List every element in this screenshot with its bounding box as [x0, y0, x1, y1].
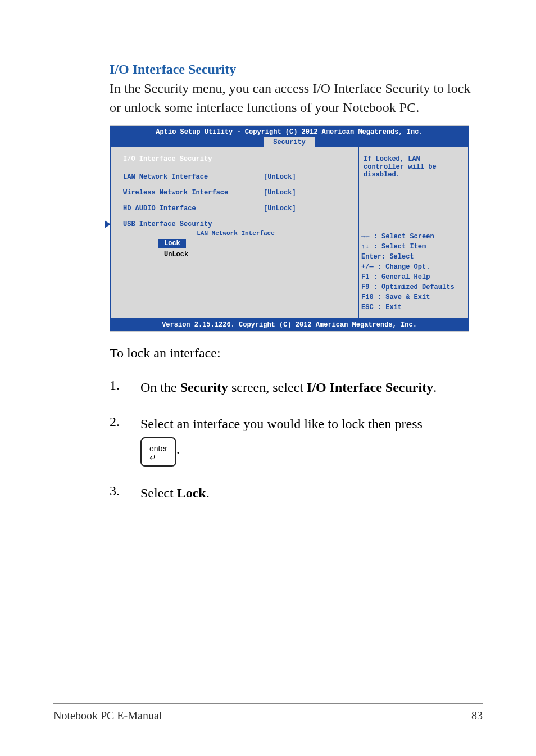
bios-help-text: If Locked, LAN controller will be disabl… [359, 147, 468, 226]
step-bold: Lock [177, 486, 206, 500]
key-enter: Enter: Select [361, 252, 466, 262]
step-text: On the [140, 380, 180, 395]
bios-screenshot: Aptio Setup Utility - Copyright (C) 2012… [110, 125, 469, 332]
step-1: 1. On the Security screen, select I/O In… [110, 378, 483, 397]
step-text: screen, select [228, 380, 307, 395]
key-optimized: F9 : Optimized Defaults [361, 282, 466, 292]
bios-keys-help: →← : Select Screen ↑↓ : Select Item Ente… [359, 226, 468, 318]
dropdown-option-unlock: UnLock [158, 250, 313, 259]
step-text: Select [140, 486, 177, 500]
bios-title-text: Aptio Setup Utility - Copyright (C) 2012… [115, 128, 464, 137]
bios-section-title: I/O Interface Security [115, 155, 356, 163]
bios-row-wireless: Wireless Network Interface [UnLock] [115, 189, 356, 197]
bios-row-hdaudio: HD AUDIO Interface [UnLock] [115, 205, 356, 212]
step-bold: Security [180, 380, 228, 395]
step-text: . [176, 442, 180, 456]
step-text: Select an interface you would like to lo… [140, 417, 423, 431]
bios-titlebar: Aptio Setup Utility - Copyright (C) 2012… [110, 126, 469, 147]
step-text: . [206, 486, 210, 500]
key-select-screen: →← : Select Screen [361, 232, 466, 242]
row-label: HD AUDIO Interface [123, 205, 264, 212]
dropdown-title: LAN Network Interface [192, 230, 279, 237]
key-save-exit: F10 : Save & Exit [361, 292, 466, 302]
intro-paragraph: In the Security menu, you can access I/O… [110, 79, 483, 117]
key-general-help: F1 : General Help [361, 272, 466, 282]
bios-submenu-usb: USB Interface Security [115, 220, 356, 228]
row-label: LAN Network Interface [123, 173, 264, 181]
tab-security: Security [264, 137, 315, 147]
step-bold: I/O Interface Security [307, 380, 433, 395]
key-change-opt: +/— : Change Opt. [361, 262, 466, 272]
row-label: Wireless Network Interface [123, 189, 264, 197]
step-2: 2. Select an interface you would like to… [110, 414, 483, 467]
footer-left: Notebook PC E-Manual [53, 709, 162, 722]
enter-key-icon: enter [140, 437, 176, 467]
enter-key-label: enter [149, 444, 167, 464]
bios-footer: Version 2.15.1226. Copyright (C) 2012 Am… [110, 319, 469, 331]
step-number: 1. [110, 378, 140, 393]
key-exit: ESC : Exit [361, 302, 466, 313]
step-text: . [433, 380, 437, 395]
section-heading: I/O Interface Security [110, 62, 483, 77]
submenu-label: USB Interface Security [115, 220, 256, 228]
dropdown-option-lock: Lock [158, 239, 186, 248]
row-value: [UnLock] [264, 205, 296, 212]
triangle-right-icon [105, 220, 111, 228]
row-value: [UnLock] [264, 173, 296, 181]
bios-row-lan: LAN Network Interface [UnLock] [115, 173, 356, 181]
instruction-lead: To lock an interface: [110, 346, 483, 361]
bios-dropdown: LAN Network Interface Lock UnLock [149, 234, 322, 264]
row-value: [UnLock] [264, 189, 296, 197]
key-select-item: ↑↓ : Select Item [361, 242, 466, 252]
page-footer: Notebook PC E-Manual 83 [53, 703, 483, 722]
step-number: 3. [110, 483, 140, 499]
step-number: 2. [110, 414, 140, 429]
page-number: 83 [471, 709, 483, 722]
step-3: 3. Select Lock. [110, 483, 483, 503]
